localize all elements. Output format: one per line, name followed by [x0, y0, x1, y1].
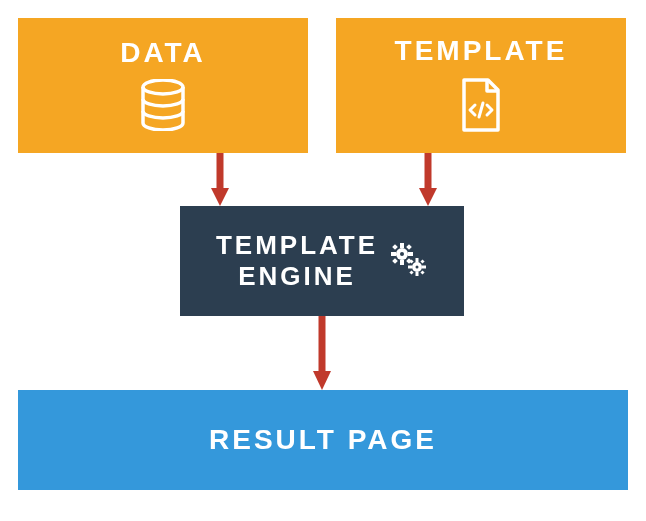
svg-rect-17 — [420, 259, 424, 263]
svg-marker-26 — [313, 371, 331, 390]
arrow-data-to-engine — [210, 153, 230, 206]
svg-rect-2 — [400, 243, 404, 248]
svg-marker-22 — [211, 188, 229, 206]
arrow-template-to-engine — [418, 153, 438, 206]
data-label: DATA — [120, 36, 206, 70]
engine-label-line-1: TEMPLATE — [216, 230, 378, 261]
engine-label-wrap: TEMPLATE ENGINE — [216, 230, 378, 292]
svg-rect-18 — [409, 270, 413, 274]
svg-rect-13 — [416, 272, 419, 276]
gears-icon — [388, 239, 428, 283]
svg-point-10 — [400, 252, 404, 256]
data-node: DATA — [18, 18, 308, 153]
template-node: TEMPLATE — [336, 18, 626, 153]
svg-rect-6 — [392, 244, 398, 250]
file-code-icon — [458, 77, 504, 137]
svg-rect-15 — [422, 266, 426, 269]
svg-marker-24 — [419, 188, 437, 206]
engine-label-line-2: ENGINE — [216, 261, 378, 292]
result-label: RESULT PAGE — [209, 423, 437, 457]
template-label: TEMPLATE — [395, 34, 568, 68]
svg-rect-5 — [408, 252, 413, 256]
svg-rect-4 — [391, 252, 396, 256]
svg-point-20 — [416, 266, 419, 269]
svg-rect-7 — [406, 244, 412, 250]
svg-rect-8 — [392, 258, 398, 264]
svg-point-0 — [143, 80, 183, 94]
database-icon — [140, 79, 186, 135]
svg-rect-14 — [408, 266, 412, 269]
svg-rect-19 — [420, 270, 424, 274]
svg-rect-12 — [416, 258, 419, 262]
arrow-engine-to-result — [312, 316, 332, 390]
template-engine-diagram: DATA TEMPLATE — [0, 0, 646, 521]
result-node: RESULT PAGE — [18, 390, 628, 490]
svg-rect-3 — [400, 260, 404, 265]
engine-node: TEMPLATE ENGINE — [180, 206, 464, 316]
